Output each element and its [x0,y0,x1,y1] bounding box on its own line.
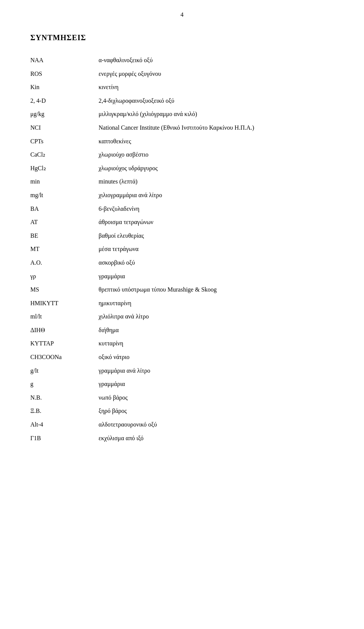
table-row: 2, 4-D2,4-διχλωροφαινοξυοξεικό οξύ [30,94,334,108]
abbreviation-definition: θρεπτικό υπόστρωμα τύπου Murashige & Sko… [99,283,334,296]
table-row: g/ltγραμμάρια ανά λίτρο [30,364,334,378]
abbreviation-definition: ασκορβικό οξύ [99,256,334,270]
table-row: CaCl₂χλωριούχο ασβέστιο [30,148,334,162]
abbreviation-definition: καπτοθεκίνες [99,135,334,148]
abbreviation-term: mg/lt [30,188,99,202]
abbreviation-term: CPTs [30,135,99,148]
table-row: ml/ltχιλιόλιτρα ανά λίτρο [30,310,334,323]
table-row: ROSενεργές μορφές οξυγόνου [30,67,334,81]
abbreviation-definition: ξηρό βάρος [99,404,334,418]
table-row: Α.Ο.ασκορβικό οξύ [30,256,334,270]
abbreviation-term: Alt-4 [30,418,99,431]
abbreviation-term: Ξ.Β. [30,404,99,418]
table-row: CPTsκαπτοθεκίνες [30,135,334,148]
abbreviation-term: Kin [30,80,99,94]
table-row: Γ1Βεκχύλισμα από ιξό [30,431,334,445]
table-row: Alt-4αλδοτετραουρονικό οξύ [30,418,334,431]
abbreviation-definition: χιλιόλιτρα ανά λίτρο [99,310,334,323]
abbreviation-term: g/lt [30,364,99,378]
table-row: N.B.νωπό βάρος [30,391,334,405]
abbreviations-table: NAAα-ναφθαλινοξεικό οξύROSενεργές μορφές… [30,53,334,445]
page-number: 4 [0,0,364,18]
abbreviation-term: ΔΙΗΘ [30,323,99,337]
abbreviation-term: NAA [30,53,99,67]
abbreviation-definition: 2,4-διχλωροφαινοξυοξεικό οξύ [99,94,334,108]
abbreviation-term: Α.Ο. [30,256,99,270]
abbreviation-definition: άθροισμα τετραγώνων [99,215,334,229]
table-row: ΗΜIKYTTημικυτταρίνη [30,296,334,310]
abbreviation-term: ΗΜIKYTT [30,296,99,310]
abbreviation-definition: οξικό νάτριο [99,350,334,364]
abbreviation-definition: National Cancer Institute (Εθνικό Ινστιτ… [99,121,334,135]
table-row: Ξ.Β.ξηρό βάρος [30,404,334,418]
abbreviation-definition: αλδοτετραουρονικό οξύ [99,418,334,431]
table-row: NCINational Cancer Institute (Εθνικό Ινσ… [30,121,334,135]
abbreviation-term: MT [30,242,99,256]
abbreviation-definition: ημικυτταρίνη [99,296,334,310]
abbreviation-term: CH3COONa [30,350,99,364]
table-row: μg/kgμιλλιγκραμ/κιλό (χιλιόγραμμο ανά κι… [30,107,334,121]
abbreviation-definition: κινετίνη [99,80,334,94]
table-row: CH3COONaοξικό νάτριο [30,350,334,364]
table-row: NAAα-ναφθαλινοξεικό οξύ [30,53,334,67]
abbreviation-term: ml/lt [30,310,99,323]
abbreviation-definition: κυτταρίνη [99,337,334,350]
abbreviation-term: NCI [30,121,99,135]
abbreviation-term: min [30,175,99,188]
abbreviation-term: g [30,377,99,391]
abbreviation-definition: μέσα τετράγωνα [99,242,334,256]
abbreviation-definition: διήθημα [99,323,334,337]
abbreviation-term: γρ [30,270,99,283]
abbreviation-definition: α-ναφθαλινοξεικό οξύ [99,53,334,67]
abbreviation-term: CaCl₂ [30,148,99,162]
abbreviation-definition: γραμμάρια [99,377,334,391]
abbreviation-term: AT [30,215,99,229]
abbreviation-term: 2, 4-D [30,94,99,108]
table-row: gγραμμάρια [30,377,334,391]
abbreviation-term: BE [30,229,99,243]
abbreviation-term: N.B. [30,391,99,405]
abbreviation-definition: χιλιογραμμάρια ανά λίτρο [99,188,334,202]
abbreviation-term: KYTTAP [30,337,99,350]
abbreviation-definition: χλωριούχο ασβέστιο [99,148,334,162]
table-row: BA6-βενζυλαδενίνη [30,202,334,216]
table-row: HgCl₂χλωριούχος υδράργυρος [30,162,334,175]
table-row: minminutes (λεπτά) [30,175,334,188]
table-row: γργραμμάρια [30,270,334,283]
abbreviation-definition: minutes (λεπτά) [99,175,334,188]
table-row: ATάθροισμα τετραγώνων [30,215,334,229]
abbreviation-term: Γ1Β [30,431,99,445]
section-title: ΣΥΝΤΜΗΣΕΙΣ [30,33,334,42]
abbreviation-definition: βαθμοί ελευθερίας [99,229,334,243]
abbreviation-definition: γραμμάρια [99,270,334,283]
table-row: MTμέσα τετράγωνα [30,242,334,256]
abbreviation-definition: γραμμάρια ανά λίτρο [99,364,334,378]
abbreviation-term: HgCl₂ [30,162,99,175]
table-row: MSθρεπτικό υπόστρωμα τύπου Murashige & S… [30,283,334,296]
abbreviation-definition: χλωριούχος υδράργυρος [99,162,334,175]
abbreviation-term: BA [30,202,99,216]
abbreviation-definition: νωπό βάρος [99,391,334,405]
table-row: BEβαθμοί ελευθερίας [30,229,334,243]
table-row: mg/ltχιλιογραμμάρια ανά λίτρο [30,188,334,202]
table-row: KYTTAPκυτταρίνη [30,337,334,350]
table-row: ΔΙΗΘδιήθημα [30,323,334,337]
abbreviation-term: MS [30,283,99,296]
abbreviation-definition: ενεργές μορφές οξυγόνου [99,67,334,81]
abbreviation-definition: εκχύλισμα από ιξό [99,431,334,445]
abbreviation-definition: 6-βενζυλαδενίνη [99,202,334,216]
table-row: Kinκινετίνη [30,80,334,94]
abbreviation-term: μg/kg [30,107,99,121]
abbreviation-definition: μιλλιγκραμ/κιλό (χιλιόγραμμο ανά κιλό) [99,107,334,121]
abbreviation-term: ROS [30,67,99,81]
